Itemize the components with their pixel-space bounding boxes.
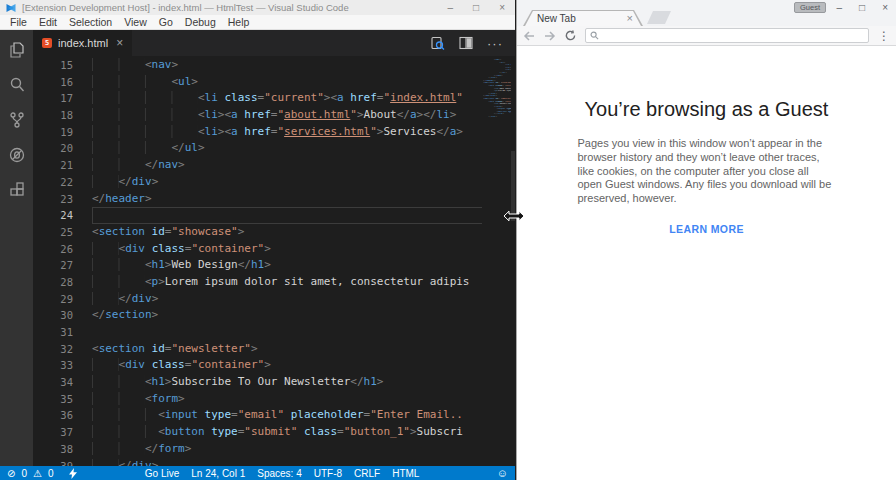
line-number: 34 (33, 374, 73, 391)
code-line-27[interactable]: 27 <h1>Web Design</h1> (33, 257, 515, 274)
code-line-18[interactable]: 18 <li><a href="about.html">About</a></l… (33, 107, 515, 124)
code-line-38[interactable]: 38 </form> (33, 441, 515, 458)
split-editor-icon[interactable] (459, 36, 473, 50)
address-search-icon (590, 31, 599, 40)
learn-more-link[interactable]: LEARN MORE (517, 223, 896, 235)
source-control-icon[interactable] (7, 110, 27, 130)
code-line-15[interactable]: 15 <nav> (33, 57, 515, 74)
lightning-bolt-icon[interactable] (69, 468, 77, 479)
code-line-31[interactable]: 31 (33, 324, 515, 341)
line-number: 35 (33, 391, 73, 408)
code-line-29[interactable]: 29 </div> (33, 291, 515, 308)
status-utf-8[interactable]: UTF-8 (314, 468, 342, 479)
menu-selection[interactable]: Selection (63, 16, 118, 28)
menu-edit[interactable]: Edit (33, 16, 63, 28)
guest-heading: You’re browsing as a Guest (517, 46, 896, 121)
code-editor[interactable]: 15 <nav>16 <ul>17 <li class="current"><a… (33, 56, 515, 466)
more-actions-icon[interactable]: ··· (487, 36, 503, 51)
menu-view[interactable]: View (118, 16, 153, 28)
browser-menu-icon[interactable]: ⋮ (878, 29, 890, 43)
reload-icon[interactable] (565, 30, 576, 41)
code-line-24[interactable]: 24 (33, 207, 515, 224)
status-spaces-4[interactable]: Spaces: 4 (257, 468, 301, 479)
address-input[interactable] (603, 30, 864, 42)
line-number: 31 (33, 324, 73, 341)
feedback-smiley-icon[interactable]: ☺ (497, 467, 508, 479)
html-file-icon: 5 (42, 38, 52, 48)
tab-index-html[interactable]: 5 index.html × (33, 30, 132, 56)
vscode-maximize-button[interactable]: □ (473, 2, 479, 13)
tab-close-icon[interactable]: × (116, 37, 123, 49)
code-line-34[interactable]: 34 <h1>Subscribe To Our Newsletter</h1> (33, 374, 515, 391)
code-line-17[interactable]: 17 <li class="current"><a href="index.ht… (33, 90, 515, 107)
forward-icon[interactable] (544, 31, 556, 41)
code-line-32[interactable]: 32<section id="newsletter"> (33, 341, 515, 358)
line-number: 33 (33, 357, 73, 374)
vscode-close-button[interactable]: × (499, 2, 505, 13)
error-count[interactable]: 0 (21, 468, 27, 479)
code-line-39[interactable]: 39 </div> (33, 458, 515, 467)
menu-debug[interactable]: Debug (179, 16, 222, 28)
editor-tabbar: 5 index.html × (33, 30, 515, 56)
code-line-19[interactable]: 19 <li><a href="services.html">Services<… (33, 124, 515, 141)
debug-icon[interactable] (7, 145, 27, 165)
code-line-26[interactable]: 26 <div class="container"> (33, 241, 515, 258)
menu-go[interactable]: Go (153, 16, 179, 28)
guest-profile-badge[interactable]: Guest (794, 2, 826, 13)
status-bar: ⊘ 0 ⚠ 0 Go LiveLn 24, Col 1Spaces: 4UTF-… (0, 466, 515, 480)
browser-close-button[interactable]: × (882, 2, 888, 13)
status-go-live[interactable]: Go Live (145, 468, 179, 479)
code-line-28[interactable]: 28 <p>Lorem ipsum dolor sit amet, consec… (33, 274, 515, 291)
line-number: 39 (33, 458, 73, 467)
address-bar[interactable] (585, 28, 869, 43)
back-icon[interactable] (523, 31, 535, 41)
new-tab-button[interactable] (647, 11, 671, 24)
line-number: 36 (33, 407, 73, 424)
search-icon[interactable] (7, 75, 27, 95)
code-line-23[interactable]: 23</header> (33, 191, 515, 208)
code-line-20[interactable]: 20 </ul> (33, 140, 515, 157)
line-number: 16 (33, 74, 73, 91)
vscode-minimize-button[interactable]: – (448, 2, 454, 13)
browser-tab-close-icon[interactable]: × (627, 13, 633, 24)
line-number: 22 (33, 174, 73, 191)
line-number: 17 (33, 90, 73, 107)
code-line-21[interactable]: 21 </nav> (33, 157, 515, 174)
menu-file[interactable]: File (4, 16, 33, 28)
browser-minimize-button[interactable]: – (837, 2, 843, 13)
browser-titlebar[interactable]: New Tab × Guest – □ × (517, 0, 896, 26)
code-line-25[interactable]: 25<section id="showcase"> (33, 224, 515, 241)
menu-help[interactable]: Help (222, 16, 256, 28)
browser-tab-new-tab[interactable]: New Tab × (523, 10, 643, 26)
guest-body-text: Pages you view in this window won’t appe… (578, 137, 836, 206)
errors-icon[interactable]: ⊘ (7, 468, 15, 479)
browser-maximize-button[interactable]: □ (859, 2, 865, 13)
code-line-16[interactable]: 16 <ul> (33, 74, 515, 91)
warning-count[interactable]: 0 (48, 468, 54, 479)
code-line-35[interactable]: 35 <form> (33, 391, 515, 408)
code-line-33[interactable]: 33 <div class="container"> (33, 357, 515, 374)
explorer-icon[interactable] (7, 40, 27, 60)
line-number: 32 (33, 341, 73, 358)
code-line-36[interactable]: 36 <input type="email" placeholder="Ente… (33, 407, 515, 424)
line-number: 25 (33, 224, 73, 241)
code-line-37[interactable]: 37 <button type="submit" class="button_1… (33, 424, 515, 441)
line-number: 18 (33, 107, 73, 124)
vscode-titlebar[interactable]: [Extension Development Host] - index.htm… (0, 0, 515, 15)
open-preview-icon[interactable] (430, 36, 445, 51)
line-number: 27 (33, 257, 73, 274)
status-crlf[interactable]: CRLF (354, 468, 380, 479)
vscode-window: [Extension Development Host] - index.htm… (0, 0, 515, 480)
line-number: 26 (33, 241, 73, 258)
code-area[interactable]: 15 <nav>16 <ul>17 <li class="current"><a… (33, 57, 515, 466)
status-html[interactable]: HTML (392, 468, 419, 479)
line-number: 38 (33, 441, 73, 458)
line-number: 21 (33, 157, 73, 174)
status-ln-24-col-1[interactable]: Ln 24, Col 1 (191, 468, 245, 479)
line-number: 29 (33, 291, 73, 308)
code-line-30[interactable]: 30</section> (33, 307, 515, 324)
minimap[interactable]: <nav> <ul> <li class="current"><a href="… (482, 56, 515, 466)
extensions-icon[interactable] (7, 180, 27, 200)
code-line-22[interactable]: 22 </div> (33, 174, 515, 191)
warnings-icon[interactable]: ⚠ (33, 468, 42, 479)
